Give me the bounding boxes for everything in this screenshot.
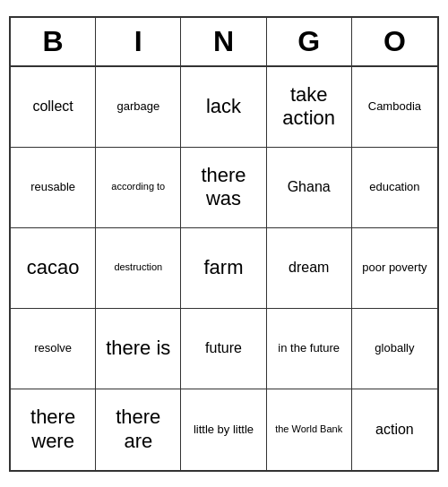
cell-text-7: there was xyxy=(185,164,262,211)
bingo-cell-3[interactable]: take action xyxy=(267,67,352,148)
cell-text-0: collect xyxy=(14,98,91,115)
cell-text-17: future xyxy=(185,339,262,356)
cell-text-1: garbage xyxy=(99,99,177,114)
cell-text-10: cacao xyxy=(14,256,91,279)
cell-text-13: dream xyxy=(271,259,348,276)
cell-text-5: reusable xyxy=(14,180,91,194)
bingo-cell-22[interactable]: little by little xyxy=(181,389,266,470)
cell-text-8: Ghana xyxy=(271,178,348,195)
cell-text-19: globally xyxy=(356,341,434,355)
cell-text-6: according to xyxy=(99,181,177,192)
cell-text-22: little by little xyxy=(185,423,262,437)
cell-text-20: there were xyxy=(14,406,91,453)
bingo-cell-10[interactable]: cacao xyxy=(11,228,96,309)
bingo-header: BINGO xyxy=(11,18,437,67)
bingo-grid: collectgarbagelacktake actionCambodiareu… xyxy=(11,67,437,470)
cell-text-3: take action xyxy=(271,83,348,131)
bingo-cell-1[interactable]: garbage xyxy=(96,67,181,148)
cell-text-9: education xyxy=(356,180,434,194)
cell-text-4: Cambodia xyxy=(356,99,434,114)
bingo-cell-5[interactable]: reusable xyxy=(11,148,96,228)
header-letter-n: N xyxy=(181,18,266,65)
bingo-cell-4[interactable]: Cambodia xyxy=(352,67,437,148)
header-letter-o: O xyxy=(352,18,437,65)
header-letter-b: B xyxy=(11,18,96,65)
bingo-cell-19[interactable]: globally xyxy=(352,309,437,389)
cell-text-16: there is xyxy=(99,337,177,360)
header-letter-i: I xyxy=(96,18,181,65)
bingo-cell-23[interactable]: the World Bank xyxy=(267,389,352,470)
bingo-cell-0[interactable]: collect xyxy=(11,67,96,148)
bingo-cell-18[interactable]: in the future xyxy=(267,309,352,389)
bingo-cell-2[interactable]: lack xyxy=(181,67,266,148)
bingo-cell-8[interactable]: Ghana xyxy=(267,148,352,228)
bingo-cell-24[interactable]: action xyxy=(352,389,437,470)
cell-text-14: poor poverty xyxy=(356,261,434,275)
bingo-cell-6[interactable]: according to xyxy=(96,148,181,228)
bingo-cell-13[interactable]: dream xyxy=(267,228,352,309)
bingo-cell-9[interactable]: education xyxy=(352,148,437,228)
bingo-cell-12[interactable]: farm xyxy=(181,228,266,309)
cell-text-2: lack xyxy=(185,95,262,118)
cell-text-21: there are xyxy=(99,406,177,453)
bingo-cell-17[interactable]: future xyxy=(181,309,266,389)
bingo-cell-16[interactable]: there is xyxy=(96,309,181,389)
bingo-cell-20[interactable]: there were xyxy=(11,389,96,470)
bingo-cell-21[interactable]: there are xyxy=(96,389,181,470)
bingo-card: BINGO collectgarbagelacktake actionCambo… xyxy=(9,16,439,472)
cell-text-11: destruction xyxy=(99,261,177,273)
cell-text-23: the World Bank xyxy=(271,423,348,435)
bingo-cell-14[interactable]: poor poverty xyxy=(352,228,437,309)
header-letter-g: G xyxy=(267,18,352,65)
bingo-cell-11[interactable]: destruction xyxy=(96,228,181,309)
cell-text-18: in the future xyxy=(271,341,348,355)
bingo-cell-7[interactable]: there was xyxy=(181,148,266,228)
cell-text-15: resolve xyxy=(14,341,91,355)
bingo-cell-15[interactable]: resolve xyxy=(11,309,96,389)
cell-text-24: action xyxy=(356,421,434,438)
cell-text-12: farm xyxy=(185,256,262,279)
